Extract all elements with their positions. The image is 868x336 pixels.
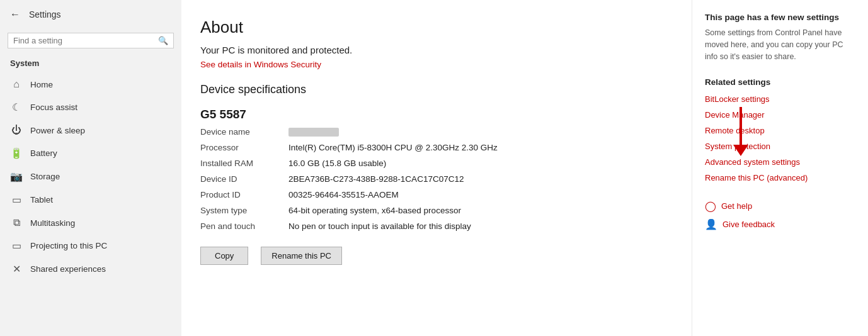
table-row: Device name (200, 124, 666, 140)
spec-value: 2BEA736B-C273-438B-9288-1CAC17C07C12 (288, 171, 666, 187)
right-panel: This page has a few new settings Some se… (692, 0, 868, 336)
search-box: 🔍 (8, 33, 174, 48)
arrow-stem (740, 107, 742, 145)
related-settings-title: Related settings (705, 77, 855, 87)
sidebar-item-label: Tablet (30, 195, 53, 204)
sidebar-item-battery[interactable]: 🔋 Battery (0, 142, 181, 165)
rename-button[interactable]: Rename this PC (261, 247, 342, 265)
device-specs-heading: Device specifications (200, 83, 666, 96)
give-feedback-link[interactable]: 👤 Give feedback (705, 218, 855, 230)
device-model: G5 5587 (200, 108, 666, 121)
spec-label: Installed RAM (200, 155, 288, 171)
sidebar-item-label: Multitasking (30, 218, 75, 228)
main-content: About Your PC is monitored and protected… (181, 0, 692, 336)
spec-table: Device name Processor Intel(R) Core(TM) … (200, 124, 666, 234)
panel-notice-title: This page has a few new settings (705, 13, 855, 22)
sidebar: ← Settings 🔍 System ⌂ Home ☾ Focus assis… (0, 0, 181, 336)
shared-icon: ✕ (10, 263, 23, 275)
spec-value: 00325-96464-35515-AAOEM (288, 187, 666, 203)
device-name-redacted (288, 128, 339, 137)
system-protection-link[interactable]: System protection (705, 142, 855, 151)
multitasking-icon: ⧉ (10, 217, 23, 228)
tablet-icon: ▭ (10, 194, 23, 206)
get-help-label: Get help (721, 201, 752, 211)
buttons-row: Copy Rename this PC (200, 247, 666, 265)
give-feedback-icon: 👤 (705, 218, 717, 230)
table-row: Device ID 2BEA736B-C273-438B-9288-1CAC17… (200, 171, 666, 187)
sidebar-item-label: Projecting to this PC (30, 241, 107, 250)
copy-button[interactable]: Copy (200, 247, 248, 265)
sidebar-header: ← Settings (0, 0, 181, 29)
sidebar-item-power-sleep[interactable]: ⏻ Power & sleep (0, 119, 181, 142)
device-manager-link[interactable]: Device Manager (705, 110, 855, 120)
get-help-icon: ◯ (705, 200, 716, 212)
spec-value: No pen or touch input is available for t… (288, 218, 666, 234)
spec-label: Pen and touch (200, 218, 288, 234)
panel-bottom: ◯ Get help 👤 Give feedback (705, 200, 855, 230)
spec-label: Product ID (200, 187, 288, 203)
give-feedback-label: Give feedback (722, 220, 775, 229)
spec-value: 64-bit operating system, x64-based proce… (288, 203, 666, 218)
spec-label: Device name (200, 124, 288, 140)
spec-value: 16.0 GB (15.8 GB usable) (288, 155, 666, 171)
sidebar-item-shared-experiences[interactable]: ✕ Shared experiences (0, 257, 181, 281)
search-icon: 🔍 (158, 36, 168, 45)
sidebar-item-label: Shared experiences (30, 264, 106, 274)
sidebar-item-label: Battery (30, 148, 57, 158)
spec-label: Processor (200, 140, 288, 155)
search-input[interactable] (13, 36, 154, 45)
spec-label: Device ID (200, 171, 288, 187)
spec-value (288, 124, 666, 140)
back-button[interactable]: ← (8, 6, 23, 23)
arrow-head (733, 145, 748, 156)
sidebar-item-focus-assist[interactable]: ☾ Focus assist (0, 96, 181, 119)
table-row: Processor Intel(R) Core(TM) i5-8300H CPU… (200, 140, 666, 155)
power-icon: ⏻ (10, 125, 23, 136)
sidebar-item-tablet[interactable]: ▭ Tablet (0, 188, 181, 211)
sidebar-item-label: Storage (30, 172, 60, 181)
sidebar-title: Settings (29, 9, 61, 20)
protected-text: Your PC is monitored and protected. (200, 45, 666, 55)
table-row: Installed RAM 16.0 GB (15.8 GB usable) (200, 155, 666, 171)
arrow-indicator (733, 107, 748, 156)
get-help-link[interactable]: ◯ Get help (705, 200, 855, 212)
battery-icon: 🔋 (10, 147, 23, 159)
storage-icon: 📷 (10, 171, 23, 182)
projecting-icon: ▭ (10, 240, 23, 252)
sidebar-item-home[interactable]: ⌂ Home (0, 73, 181, 96)
sidebar-item-storage[interactable]: 📷 Storage (0, 165, 181, 188)
sidebar-item-label: Focus assist (30, 103, 77, 112)
table-row: Product ID 00325-96464-35515-AAOEM (200, 187, 666, 203)
spec-label: System type (200, 203, 288, 218)
sidebar-item-projecting[interactable]: ▭ Projecting to this PC (0, 234, 181, 257)
table-row: System type 64-bit operating system, x64… (200, 203, 666, 218)
sidebar-item-multitasking[interactable]: ⧉ Multitasking (0, 211, 181, 234)
panel-notice-text: Some settings from Control Panel have mo… (705, 27, 855, 62)
sidebar-item-label: Power & sleep (30, 126, 85, 135)
security-link[interactable]: See details in Windows Security (200, 60, 321, 69)
page-title: About (200, 18, 666, 37)
bitlocker-settings-link[interactable]: BitLocker settings (705, 94, 855, 104)
sidebar-item-label: Home (30, 80, 53, 89)
remote-desktop-link[interactable]: Remote desktop (705, 126, 855, 135)
home-icon: ⌂ (10, 79, 23, 90)
panel-notice: This page has a few new settings Some se… (705, 13, 855, 62)
focus-assist-icon: ☾ (10, 101, 23, 113)
table-row: Pen and touch No pen or touch input is a… (200, 218, 666, 234)
section-label: System (0, 55, 181, 73)
spec-value: Intel(R) Core(TM) i5-8300H CPU @ 2.30GHz… (288, 140, 666, 155)
rename-pc-advanced-link[interactable]: Rename this PC (advanced) (705, 173, 855, 182)
advanced-system-settings-link[interactable]: Advanced system settings (705, 157, 855, 167)
